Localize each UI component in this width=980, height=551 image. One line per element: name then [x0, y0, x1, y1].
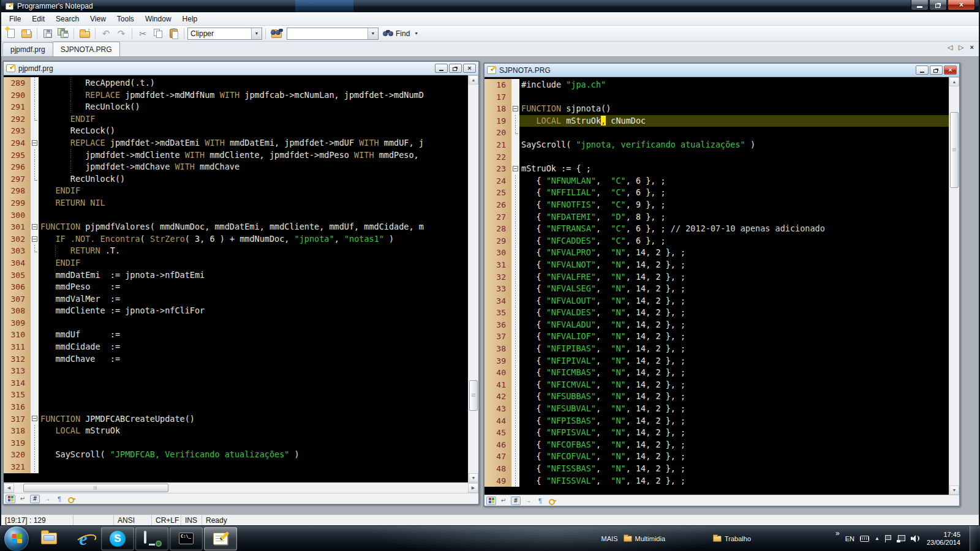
fold-toggle[interactable] [31, 413, 39, 425]
line-number[interactable]: 49 [484, 475, 511, 487]
taskbar-remote-desktop-button[interactable] [135, 527, 168, 550]
line-number[interactable]: 42 [484, 391, 511, 403]
start-button[interactable] [4, 527, 29, 551]
line-number[interactable]: 23 [484, 163, 511, 175]
tab-close-button[interactable]: × [970, 44, 974, 51]
horizontal-scrollbar[interactable]: ◀ ▶ [4, 482, 478, 493]
line-number[interactable]: 300 [4, 209, 31, 222]
line-number[interactable]: 41 [484, 379, 511, 391]
restore-button[interactable] [929, 0, 947, 10]
code-text[interactable]: REPLACE jpmdfdet->mdDatEmi WITH mmdDatEm… [39, 137, 468, 149]
line-number[interactable]: 296 [4, 161, 31, 173]
line-number[interactable]: 18 [484, 103, 511, 115]
language-selector[interactable]: Clipper ▼ [187, 28, 262, 40]
fold-collapse-icon[interactable] [32, 236, 37, 242]
code-text[interactable]: mmdCidade := [39, 341, 468, 353]
menu-help[interactable]: Help [177, 13, 203, 24]
code-text[interactable]: mmdCliente := jpnota->nfCliFor [39, 305, 468, 317]
volume-icon[interactable] [911, 534, 920, 542]
tab-scroll-right-button[interactable]: ▷ [959, 44, 963, 51]
color-scheme-toggle[interactable] [6, 495, 15, 503]
code-text[interactable] [519, 127, 949, 139]
line-number[interactable]: 289 [4, 77, 31, 89]
code-text[interactable]: { "NFISSBAS", "N", 14, 2 }, ; [519, 463, 949, 475]
line-number[interactable]: 35 [484, 307, 511, 319]
line-number[interactable]: 20 [484, 127, 511, 139]
line-number[interactable]: 40 [484, 367, 511, 379]
code-text[interactable]: FUNCTION pjpmdfValores( mmdNumDoc, mmdDa… [39, 221, 468, 233]
language-indicator[interactable]: EN [845, 535, 854, 542]
line-number[interactable]: 38 [484, 343, 511, 355]
code-text[interactable] [39, 377, 468, 389]
line-number[interactable]: 292 [4, 113, 31, 126]
color-scheme-toggle[interactable] [486, 497, 496, 505]
vertical-scrollbar[interactable]: ▲ ▼ [949, 77, 959, 495]
line-number[interactable]: 26 [484, 199, 511, 211]
line-number[interactable]: 22 [484, 151, 511, 163]
code-text[interactable] [39, 401, 468, 413]
scrollbar-thumb[interactable] [23, 484, 168, 492]
code-text[interactable]: mmdUf := [39, 329, 468, 341]
save-all-button[interactable] [56, 27, 70, 40]
line-number[interactable]: 32 [484, 271, 511, 283]
fold-collapse-icon[interactable] [513, 106, 518, 111]
close-button[interactable]: × [948, 0, 975, 10]
code-text[interactable] [519, 91, 949, 103]
taskbar-ie-button[interactable]: e [67, 527, 100, 550]
line-number[interactable]: 306 [4, 281, 31, 293]
line-number[interactable]: 29 [484, 235, 511, 247]
line-number[interactable]: 309 [4, 317, 31, 329]
code-text[interactable]: RecUnlock() [39, 101, 468, 113]
find-button[interactable]: Find ▼ [383, 29, 418, 38]
toolbar-overflow-chevron[interactable]: » [835, 529, 840, 538]
line-number[interactable]: 43 [484, 403, 511, 415]
line-number[interactable]: 16 [484, 79, 511, 91]
code-text[interactable] [519, 151, 949, 163]
code-text[interactable]: { "NFICMVAL", "N", 14, 2 }, ; [519, 379, 949, 391]
code-text[interactable]: { "NFIPIBAS", "N", 14, 2 }, ; [519, 343, 949, 355]
line-number[interactable]: 30 [484, 247, 511, 259]
code-text[interactable]: RecUnlock() [39, 173, 468, 186]
menu-search[interactable]: Search [50, 13, 85, 24]
code-text[interactable] [39, 209, 468, 222]
line-number[interactable]: 297 [4, 173, 31, 186]
fold-toggle[interactable] [31, 221, 39, 233]
code-text[interactable]: { "NFVALADU", "N", 14, 2 }, ; [519, 319, 949, 331]
line-number[interactable]: 299 [4, 197, 31, 209]
save-button[interactable] [40, 27, 55, 40]
show-desktop-button[interactable] [970, 526, 976, 551]
line-number[interactable]: 31 [484, 259, 511, 271]
code-text[interactable]: ENDIF [39, 113, 468, 126]
code-text[interactable]: { "NFVALFRE", "N", 14, 2 }, ; [519, 271, 949, 283]
code-text[interactable]: { "NFICMBAS", "N", 14, 2 }, ; [519, 367, 949, 379]
open-file-button[interactable] [19, 27, 34, 40]
code-text[interactable] [39, 437, 468, 449]
code-text[interactable]: SayScroll( "jpnota, verificando atualiza… [519, 139, 949, 151]
line-number[interactable]: 320 [4, 449, 31, 461]
action-center-icon[interactable] [885, 535, 891, 542]
toolbar-more-label[interactable]: MAIS [601, 535, 618, 542]
scroll-up-button[interactable]: ▲ [949, 77, 959, 86]
code-text[interactable]: { "NFVALDES", "N", 14, 2 }, ; [519, 307, 949, 319]
code-text[interactable]: { "NFNUMLAN", "C", 6 }, ; [519, 175, 949, 187]
code-text-current-line[interactable]: LOCAL mStruOk, cNumDoc [519, 115, 949, 127]
code-text[interactable]: { "NFPISVAL", "N", 14, 2 }, ; [519, 427, 949, 439]
line-number[interactable]: 46 [484, 439, 511, 451]
line-number[interactable]: 298 [4, 185, 31, 197]
code-text[interactable]: { "NFISSVAL", "N", 14, 2 }, ; [519, 475, 949, 487]
line-number[interactable]: 304 [4, 257, 31, 269]
scroll-down-button[interactable]: ▼ [949, 485, 959, 495]
code-text[interactable]: { "NFSUBBAS", "N", 14, 2 }, ; [519, 391, 949, 403]
code-text[interactable] [39, 317, 468, 329]
open-project-button[interactable]: ↑ [77, 27, 92, 40]
code-text[interactable]: RETURN .T. [39, 245, 468, 257]
line-number[interactable]: 301 [4, 221, 31, 233]
keyboard-layout-icon[interactable] [860, 536, 869, 542]
line-number[interactable]: 310 [4, 329, 31, 341]
line-number[interactable]: 311 [4, 341, 31, 353]
search-input[interactable]: ▼ [287, 28, 379, 40]
line-number[interactable]: 27 [484, 211, 511, 223]
line-number[interactable]: 293 [4, 125, 31, 137]
scroll-left-button[interactable]: ◀ [4, 483, 14, 493]
eol-marks-toggle[interactable]: ¶ [535, 497, 545, 505]
